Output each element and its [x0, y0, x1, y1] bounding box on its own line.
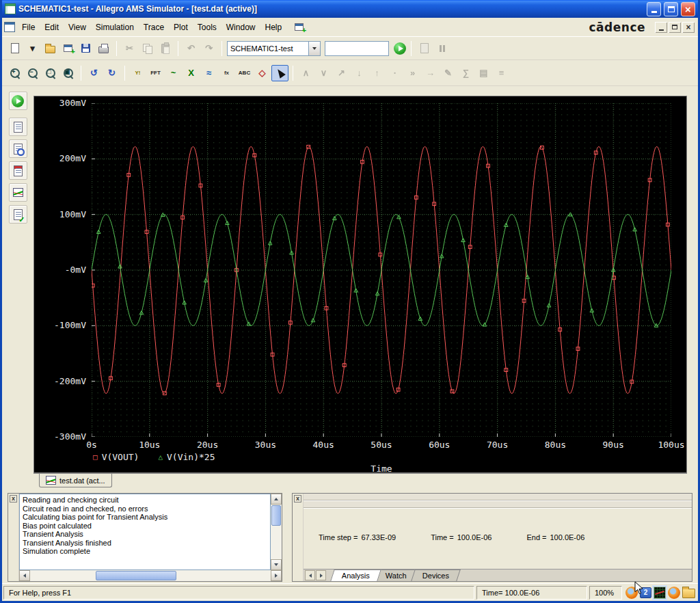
mdi-restore-button[interactable]	[669, 22, 681, 33]
log-y-axis-button[interactable]: Y!	[129, 65, 146, 81]
vscroll-thumb[interactable]	[271, 505, 281, 526]
file-button-group: ▾	[5, 40, 113, 57]
x-tick-label: 100us	[651, 440, 692, 450]
output-log-hscrollbar[interactable]	[19, 570, 282, 581]
run-target-input[interactable]	[325, 42, 388, 55]
simulation-tabs: AnalysisWatchDevices	[332, 570, 455, 581]
tab-devices[interactable]: Devices	[411, 570, 461, 581]
eval-function-button[interactable]: fx	[218, 65, 235, 81]
zoom-in-button[interactable]: +	[6, 65, 23, 81]
help-topics-button[interactable]	[291, 19, 308, 36]
zoom-fit-button[interactable]: ▣	[59, 65, 77, 81]
mdi-close-button[interactable]	[682, 22, 695, 33]
previous-view-icon: ↺	[90, 68, 98, 77]
cursor-slope-icon: ↗	[338, 68, 345, 77]
scroll-left-button[interactable]	[19, 570, 30, 581]
waveform-svg[interactable]	[92, 103, 671, 437]
performance-analysis-button[interactable]: ≈	[200, 65, 217, 81]
view-circuit-file-button[interactable]	[9, 161, 27, 180]
toolbar-separator	[178, 41, 178, 56]
simulation-status-icon	[12, 95, 24, 107]
tab-analysis[interactable]: Analysis	[330, 570, 381, 581]
open-button[interactable]	[42, 40, 59, 57]
print-button[interactable]	[95, 40, 112, 57]
cursor-button-group: ∧∨↗↓↑∙»→✎∑▤≡	[296, 65, 511, 81]
menu-file[interactable]: File	[17, 20, 40, 35]
hscroll-track[interactable]	[30, 570, 271, 581]
simulation-status-button[interactable]	[9, 92, 27, 110]
mark-data-points-button[interactable]: ◇	[254, 65, 271, 81]
redraw-plot-button[interactable]: ↻	[103, 65, 120, 81]
cut-button: ✂	[121, 40, 138, 57]
zoom-area-button[interactable]: □	[42, 65, 59, 81]
tab-scroll-left-button[interactable]	[305, 570, 315, 580]
output-log-close-button[interactable]: x	[10, 495, 17, 502]
tab-scroll-right-button[interactable]	[316, 570, 326, 580]
maximize-button[interactable]	[664, 2, 678, 16]
cursor-point-button: ∙	[386, 65, 403, 81]
firefox-icon-2[interactable]	[668, 587, 680, 599]
menu-help[interactable]: Help	[260, 20, 286, 35]
mdi-minimize-button[interactable]	[655, 22, 667, 33]
mdi-window-controls	[655, 22, 695, 33]
statusbar-zoom-level: 100%	[589, 586, 622, 600]
save-button[interactable]	[77, 40, 94, 57]
minimize-button[interactable]	[647, 2, 661, 16]
simulation-profile-input[interactable]	[228, 42, 308, 55]
legend-item: □V(VOUT)	[93, 452, 139, 462]
y-tick-label: 300mV	[34, 98, 86, 108]
cursor-toggle-button[interactable]	[271, 65, 288, 81]
scroll-down-button[interactable]	[271, 559, 282, 570]
menu-view[interactable]: View	[64, 20, 91, 35]
menu-edit[interactable]: Edit	[40, 20, 64, 35]
hscroll-thumb[interactable]	[96, 571, 176, 580]
run-simulation-button[interactable]	[391, 40, 408, 57]
output-log-vscrollbar[interactable]	[271, 494, 282, 570]
log-x-axis-button[interactable]: X	[183, 65, 200, 81]
menu-trace[interactable]: Trace	[139, 20, 169, 35]
profile-combo-dropdown[interactable]	[308, 42, 320, 55]
edit-simulation-profile-button[interactable]	[9, 205, 27, 224]
app-icon[interactable]	[5, 3, 16, 14]
redraw-plot-icon: ↻	[108, 68, 116, 77]
folder-icon[interactable]	[682, 589, 695, 598]
workspace: 300mV200mV100mV-0mV-100mV-200mV-300mV 0s…	[2, 86, 698, 492]
cursor-max-button: ↑	[368, 65, 386, 81]
tab-label: Analysis	[342, 572, 370, 580]
zoom-out-button[interactable]: −	[24, 65, 41, 81]
output-log-list[interactable]: Reading and checking circuitCircuit read…	[19, 494, 271, 570]
menu-tools[interactable]: Tools	[193, 20, 221, 35]
text-label-button[interactable]: ABC	[236, 65, 253, 81]
menu-window[interactable]: Window	[221, 20, 260, 35]
document-system-icon[interactable]	[4, 22, 15, 32]
add-trace-button[interactable]: ~	[165, 65, 182, 81]
copy-button	[139, 40, 156, 57]
new-button[interactable]	[6, 40, 23, 57]
new-dropdown-button[interactable]: ▾	[24, 40, 41, 57]
scroll-up-button[interactable]	[271, 494, 282, 505]
trace-button-group: Y!FFT~X≈fxABC◇	[128, 65, 290, 81]
view-output-file-button[interactable]	[9, 118, 27, 136]
tab-test-dat[interactable]: test.dat (act...	[39, 474, 112, 487]
simulation-panel-close-button[interactable]: x	[294, 495, 301, 502]
menu-plot[interactable]: Plot	[169, 20, 193, 35]
scroll-right-button[interactable]	[271, 570, 282, 581]
plot-legend: □V(VOUT)△V(Vin)*25	[93, 452, 215, 462]
append-file-button[interactable]	[59, 40, 77, 57]
previous-view-button[interactable]: ↺	[85, 65, 103, 81]
time-step-label: Time step =	[319, 533, 358, 541]
simulator-tray-icon[interactable]	[654, 587, 666, 599]
fft-button[interactable]: FFT	[147, 65, 164, 81]
vscroll-track[interactable]	[271, 505, 282, 559]
undo-button-group: ↶↷	[181, 40, 219, 57]
cursor-max-icon: ↑	[375, 68, 379, 77]
view-simulation-results-button[interactable]	[9, 183, 27, 202]
close-button[interactable]	[681, 2, 695, 16]
menu-simulation[interactable]: Simulation	[91, 20, 139, 35]
arrow-left-icon	[23, 574, 26, 578]
view-netlist-button[interactable]	[9, 139, 27, 158]
fft-icon: FFT	[150, 70, 161, 76]
text-label-icon: ABC	[239, 70, 250, 76]
triangle-marker-icon: △	[158, 453, 163, 461]
performance-analysis-icon: ≈	[206, 68, 211, 77]
